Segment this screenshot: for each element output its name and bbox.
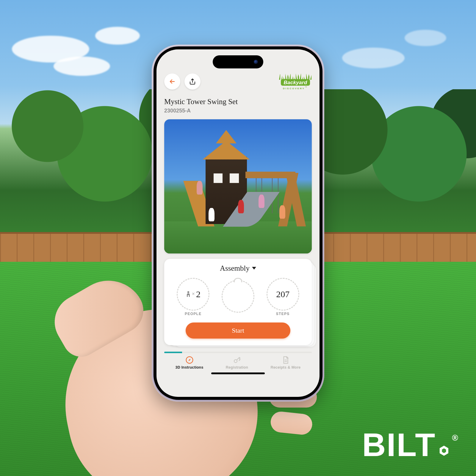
start-button[interactable]: Start bbox=[186, 322, 291, 339]
nav-3d-instructions[interactable]: 3D Instructions bbox=[176, 356, 203, 369]
back-arrow-icon bbox=[169, 78, 176, 85]
hex-dot-icon bbox=[439, 446, 449, 456]
nav-label: Receipts & More bbox=[270, 365, 300, 369]
metric-time bbox=[222, 280, 254, 314]
product-sku: 2300255-A bbox=[164, 108, 312, 114]
assembly-card-stack: Assembly × 2 bbox=[164, 259, 312, 345]
bilt-watermark: BILT ® bbox=[362, 431, 458, 458]
svg-marker-3 bbox=[188, 359, 191, 361]
nav-label: 3D Instructions bbox=[176, 365, 203, 369]
home-indicator[interactable] bbox=[211, 372, 265, 374]
people-prefix: × bbox=[192, 291, 195, 297]
nav-label: Registration bbox=[226, 365, 248, 369]
svg-point-1 bbox=[187, 291, 189, 293]
grass-icon bbox=[279, 73, 312, 80]
chevron-down-icon bbox=[252, 267, 256, 270]
assembly-card: Assembly × 2 bbox=[164, 259, 312, 345]
compass-icon bbox=[185, 356, 194, 364]
people-label: PEOPLE bbox=[185, 312, 201, 316]
document-icon bbox=[281, 356, 290, 364]
steps-value: 207 bbox=[276, 289, 289, 299]
share-button[interactable] bbox=[184, 73, 201, 90]
bilt-text: BILT bbox=[362, 431, 436, 458]
brand-name: Backyard bbox=[281, 79, 310, 86]
person-icon bbox=[186, 291, 191, 298]
nav-receipts[interactable]: Receipts & More bbox=[270, 356, 300, 369]
brand-subtitle: DISCOVERY™ bbox=[283, 86, 308, 90]
phone-screen: Backyard DISCOVERY™ Mystic Tower Swing S… bbox=[156, 49, 320, 397]
brand-logo: Backyard DISCOVERY™ bbox=[279, 73, 312, 90]
product-title: Mystic Tower Swing Set bbox=[164, 98, 312, 106]
steps-label: STEPS bbox=[276, 312, 290, 316]
phone: Backyard DISCOVERY™ Mystic Tower Swing S… bbox=[152, 45, 324, 402]
key-icon bbox=[233, 356, 242, 364]
assembly-mode-selector[interactable]: Assembly bbox=[171, 264, 305, 273]
registered-mark: ® bbox=[452, 433, 458, 443]
back-button[interactable] bbox=[164, 73, 180, 90]
dynamic-island bbox=[213, 55, 263, 68]
bottom-nav: 3D Instructions Registration Receipts & … bbox=[164, 353, 312, 371]
metric-steps: 207 STEPS bbox=[267, 278, 299, 316]
people-value: 2 bbox=[196, 289, 201, 299]
product-image[interactable] bbox=[164, 119, 312, 253]
metric-people: × 2 PEOPLE bbox=[177, 278, 209, 316]
nav-registration[interactable]: Registration bbox=[226, 356, 248, 369]
top-bar: Backyard DISCOVERY™ bbox=[164, 73, 312, 90]
assembly-title: Assembly bbox=[220, 264, 250, 273]
share-icon bbox=[189, 78, 196, 85]
